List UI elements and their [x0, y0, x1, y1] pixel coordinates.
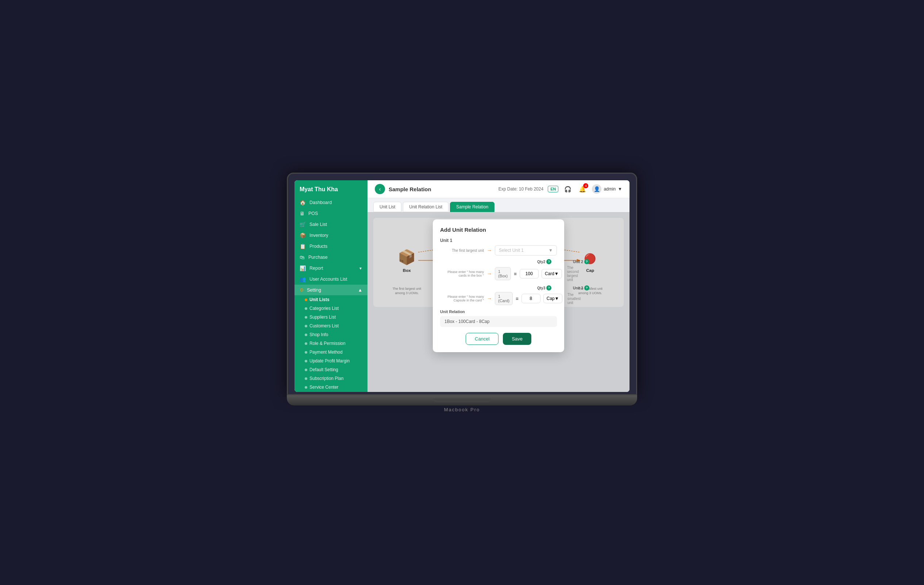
setting-icon: ⚙ — [300, 287, 304, 292]
sidebar-sub-customers[interactable]: Customers List — [294, 322, 368, 330]
modal-overlay: Add Unit Relation Unit 1 The first large… — [368, 212, 630, 392]
unit-relation-section: Unit Relation 1Box - 100Card - 8Cap — [440, 309, 557, 327]
report-icon: 📊 — [300, 265, 306, 271]
sub-dot — [305, 334, 307, 336]
save-button[interactable]: Save — [503, 333, 531, 345]
content-area: Unit Relation =1Box-100Card-8Cap 📦 Box T… — [368, 212, 630, 392]
arrow-right3-icon: → — [487, 296, 492, 301]
sidebar: Myat Thu Kha 🏠 Dashboard 🖥 POS 🛒 Sale Li… — [294, 180, 368, 392]
unit2-row: Please enter " how many cards in the box… — [440, 266, 557, 282]
qty2-input[interactable] — [520, 269, 539, 278]
headset-icon[interactable]: 🎧 — [563, 184, 573, 194]
dropdown-icon: ▼ — [548, 248, 553, 253]
page-title: Sample Relation — [389, 186, 431, 192]
sidebar-sub-shopinfo[interactable]: Shop Info — [294, 330, 368, 339]
unit2-hint: Please enter " how many cards in the box… — [440, 270, 484, 278]
sub-dot — [305, 351, 307, 354]
qty3-label: Qty3 ? — [537, 285, 570, 291]
sidebar-setting[interactable]: ⚙ Setting ▲ — [294, 285, 368, 295]
unit3-label: Unit 3 ? — [573, 285, 613, 291]
unit3-info-icon: ? — [584, 285, 589, 291]
unit2-dropdown-icon: ▼ — [554, 271, 559, 276]
top-bar: ‹ Sample Relation Exp Date: 10 Feb 2024 … — [368, 180, 630, 198]
unit3-tag: 1 (Card) — [495, 292, 513, 305]
sidebar-sub-unitlists[interactable]: Unit Lists — [294, 295, 368, 304]
sub-dot — [305, 386, 307, 389]
unit3-row: Please enter " how many Capsule in the c… — [440, 292, 557, 305]
unit3-hint: Please enter " how many Capsule in the c… — [440, 295, 484, 302]
notification-icon[interactable]: 🔔 4 — [578, 184, 587, 194]
unit2-info-icon: ? — [584, 259, 589, 264]
notification-badge: 4 — [583, 183, 588, 188]
sidebar-sub-role[interactable]: Role & Permission — [294, 339, 368, 348]
unit3-dropdown-icon: ▼ — [555, 296, 559, 301]
user-chevron-icon: ▼ — [618, 187, 622, 192]
sub-dot — [305, 369, 307, 371]
avatar: 👤 — [592, 184, 601, 194]
qty3-input[interactable] — [521, 294, 540, 303]
sidebar-item-useraccounts[interactable]: 👥 User Accounts List — [294, 274, 368, 285]
language-badge[interactable]: EN — [548, 186, 558, 192]
arrow-right2-icon: → — [487, 271, 492, 277]
cancel-button[interactable]: Cancel — [466, 333, 498, 345]
modal-actions: Cancel Save — [440, 333, 557, 345]
add-unit-relation-modal: Add Unit Relation Unit 1 The first large… — [433, 219, 564, 352]
products-icon: 📋 — [300, 243, 306, 249]
unit2-tag: 1 (Box) — [495, 267, 511, 280]
sub-dot — [305, 377, 307, 380]
tab-sample-relation[interactable]: Sample Relation — [450, 202, 495, 212]
modal-title: Add Unit Relation — [440, 226, 557, 233]
unit1-row: The first largest unit → Select Unit 1 ▼ — [440, 245, 557, 256]
back-button[interactable]: ‹ — [375, 184, 385, 194]
sidebar-item-report[interactable]: 📊 Report ▼ — [294, 263, 368, 274]
sidebar-sub-suppliers[interactable]: Suppliers List — [294, 313, 368, 322]
unit-relation-label: Unit Relation — [440, 309, 557, 314]
pos-icon: 🖥 — [300, 211, 305, 216]
user-menu[interactable]: 👤 admin ▼ — [592, 184, 622, 194]
useraccounts-icon: 👥 — [300, 276, 306, 282]
sidebar-item-dashboard[interactable]: 🏠 Dashboard — [294, 197, 368, 208]
macbook-label: Macbook Pro — [287, 407, 637, 412]
sidebar-title: Myat Thu Kha — [294, 180, 368, 197]
select-unit1[interactable]: Select Unit 1 ▼ — [495, 245, 557, 256]
sidebar-sub-default[interactable]: Default Setting — [294, 365, 368, 374]
sidebar-sub-subscription[interactable]: Subscription Plan — [294, 374, 368, 383]
sidebar-item-inventory[interactable]: 📦 Inventory — [294, 230, 368, 241]
sidebar-sub-service[interactable]: Service Center — [294, 383, 368, 392]
arrow-right-icon: → — [487, 248, 492, 253]
sub-dot — [305, 360, 307, 362]
qty2-info-icon: ? — [546, 259, 551, 264]
inventory-icon: 📦 — [300, 233, 306, 238]
qty3-info-icon: ? — [546, 285, 551, 291]
sub-dot — [305, 316, 307, 319]
sub-dot — [305, 307, 307, 310]
sub-dot — [305, 325, 307, 327]
unit1-section-label: Unit 1 — [440, 238, 557, 243]
sidebar-item-pos[interactable]: 🖥 POS — [294, 208, 368, 219]
dashboard-icon: 🏠 — [300, 200, 306, 205]
qty2-label: Qty2 ? — [537, 259, 570, 264]
sidebar-item-salelist[interactable]: 🛒 Sale List — [294, 219, 368, 230]
sidebar-item-purchase[interactable]: 🛍 Purchase — [294, 252, 368, 263]
tab-unit-list[interactable]: Unit List — [373, 202, 401, 212]
unit1-hint: The first largest unit — [440, 248, 484, 253]
unit-relation-value: 1Box - 100Card - 8Cap — [440, 316, 557, 327]
tab-bar: Unit List Unit Relation List Sample Rela… — [368, 198, 630, 212]
salelist-icon: 🛒 — [300, 221, 306, 227]
sidebar-sub-profit[interactable]: Update Profit Margin — [294, 357, 368, 365]
unit2-label: Unit 2 ? — [573, 259, 613, 264]
sidebar-sub-payment[interactable]: Payment Method — [294, 348, 368, 357]
sidebar-item-products[interactable]: 📋 Products — [294, 241, 368, 252]
unit2-select[interactable]: Card ▼ — [541, 269, 562, 278]
sidebar-sub-categories[interactable]: Categories List — [294, 304, 368, 313]
tab-unit-relation-list[interactable]: Unit Relation List — [403, 202, 449, 212]
sub-dot — [305, 299, 307, 301]
main-content: ‹ Sample Relation Exp Date: 10 Feb 2024 … — [368, 180, 630, 392]
sub-dot — [305, 342, 307, 345]
second-unit-desc: The second largest unit — [567, 266, 579, 282]
purchase-icon: 🛍 — [300, 254, 305, 260]
setting-chevron-icon: ▲ — [358, 288, 362, 292]
third-unit-desc: The smallest unit — [568, 292, 581, 305]
unit3-select[interactable]: Cap ▼ — [543, 294, 563, 303]
exp-date: Exp Date: 10 Feb 2024 — [498, 187, 543, 192]
